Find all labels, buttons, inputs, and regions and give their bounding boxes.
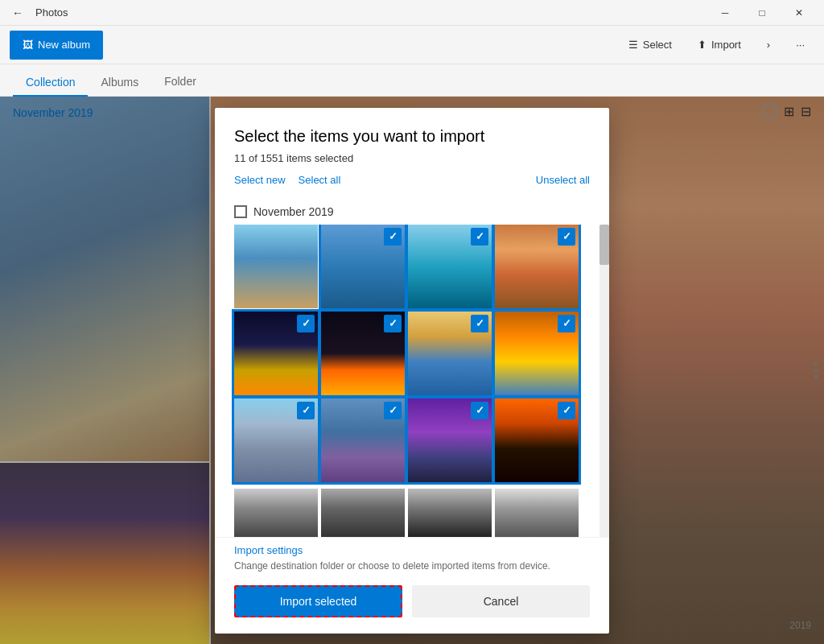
photo-cell-partial-16[interactable] — [495, 489, 579, 537]
photo-check-8: ✓ — [558, 315, 575, 332]
photo-check-11: ✓ — [471, 402, 488, 419]
photo-cell-4[interactable]: ✓ — [495, 225, 579, 308]
photo-cell-1[interactable] — [234, 225, 318, 308]
tab-folders[interactable]: Folder — [151, 68, 209, 96]
dots-icon: ··· — [796, 39, 805, 51]
photo-row-partial — [234, 489, 590, 537]
photo-cell-11[interactable]: ✓ — [408, 398, 492, 482]
nav-tabs: Collection Albums Folder — [0, 64, 824, 97]
modal-title: Select the items you want to import — [234, 127, 590, 146]
photo-grid: ✓✓✓✓✓✓✓✓✓✓✓ — [234, 225, 590, 482]
import-settings-desc: Change destination folder or choose to d… — [234, 560, 550, 572]
photo-check-7: ✓ — [471, 315, 488, 332]
tab-albums[interactable]: Albums — [88, 69, 151, 97]
photo-check-10: ✓ — [384, 402, 402, 419]
main-content: November 2019 ⊞ ⊟ 2019 Select the items … — [0, 97, 824, 644]
scroll-thumb[interactable] — [599, 225, 609, 265]
modal-subtitle: 11 of 1551 items selected — [234, 152, 590, 164]
cancel-button[interactable]: Cancel — [412, 585, 590, 617]
import-settings-link[interactable]: Import settings — [234, 544, 590, 556]
scroll-track[interactable] — [599, 225, 609, 537]
photo-check-9: ✓ — [297, 402, 315, 419]
new-album-button[interactable]: 🖼 New album — [10, 31, 103, 60]
import-modal: Select the items you want to import 11 o… — [215, 108, 609, 634]
photo-cell-partial-14[interactable] — [321, 489, 405, 537]
photo-cell-12[interactable]: ✓ — [495, 398, 579, 482]
photo-cell-7[interactable]: ✓ — [408, 312, 492, 395]
photo-check-6: ✓ — [384, 315, 402, 332]
photo-check-4: ✓ — [558, 228, 575, 246]
photo-cell-2[interactable]: ✓ — [321, 225, 405, 308]
new-album-icon: 🖼 — [23, 39, 33, 51]
photo-check-2: ✓ — [384, 228, 402, 246]
photo-cell-partial-15[interactable] — [408, 489, 492, 537]
app-title: Photos — [35, 6, 707, 19]
toolbar: 🖼 New album ☰ Select ⬆ Import › ··· — [0, 26, 824, 64]
select-button[interactable]: ☰ Select — [619, 31, 682, 60]
close-button[interactable]: ✕ — [781, 0, 818, 26]
modal-actions-left: Select new Select all — [234, 174, 340, 186]
photo-grid-container[interactable]: ✓✓✓✓✓✓✓✓✓✓✓ — [215, 225, 609, 537]
photo-cell-6[interactable]: ✓ — [321, 312, 405, 395]
titlebar: ← Photos ─ □ ✕ — [0, 0, 824, 26]
more-options-button[interactable]: ··· — [786, 31, 814, 60]
modal-overlay: Select the items you want to import 11 o… — [0, 97, 824, 644]
photo-cell-10[interactable]: ✓ — [321, 398, 405, 482]
import-button[interactable]: ⬆ Import — [688, 31, 751, 60]
tab-collection[interactable]: Collection — [13, 69, 88, 97]
photo-cell-8[interactable]: ✓ — [495, 312, 579, 395]
select-all-link[interactable]: Select all — [299, 174, 341, 186]
import-icon: ⬆ — [698, 39, 707, 51]
unselect-all-link[interactable]: Unselect all — [536, 174, 590, 186]
group-checkbox[interactable] — [234, 205, 247, 218]
photo-cell-9[interactable]: ✓ — [234, 398, 318, 482]
back-button[interactable]: ← — [6, 2, 29, 24]
select-new-link[interactable]: Select new — [234, 174, 286, 186]
import-selected-button[interactable]: Import selected — [234, 585, 402, 617]
group-label-row: November 2019 — [215, 199, 609, 225]
chevron-right-icon: › — [767, 39, 770, 51]
photo-cell-3[interactable]: ✓ — [408, 225, 492, 308]
select-icon: ☰ — [628, 39, 638, 51]
photo-check-5: ✓ — [297, 315, 315, 332]
window-controls: ─ □ ✕ — [707, 0, 818, 26]
group-name: November 2019 — [253, 205, 334, 218]
modal-header: Select the items you want to import 11 o… — [215, 108, 609, 199]
modal-footer: Import selected Cancel — [215, 576, 609, 634]
modal-actions: Select new Select all Unselect all — [234, 174, 590, 186]
maximize-button[interactable]: □ — [744, 0, 781, 26]
minimize-button[interactable]: ─ — [707, 0, 744, 26]
photo-check-3: ✓ — [471, 228, 488, 246]
chevron-button[interactable]: › — [757, 31, 780, 60]
import-settings-section: Import settings Change destination folde… — [215, 537, 609, 576]
photo-cell-5[interactable]: ✓ — [234, 312, 318, 395]
photo-check-12: ✓ — [558, 402, 575, 419]
photo-cell-partial-13[interactable] — [234, 489, 318, 537]
